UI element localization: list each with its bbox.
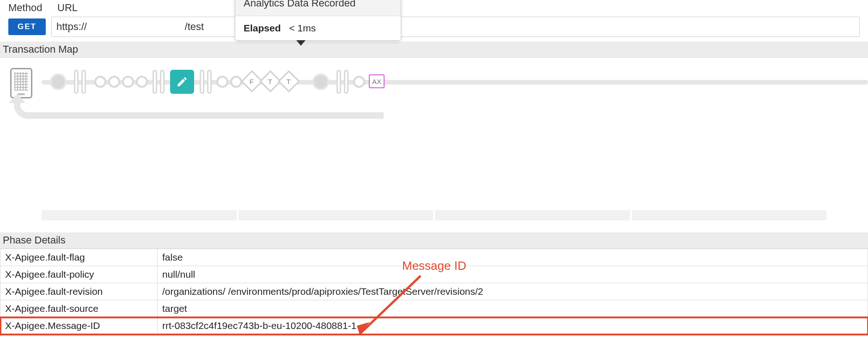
http-method-button[interactable]: GET	[8, 18, 46, 35]
flow-step-group-icon[interactable]	[94, 73, 148, 88]
url-label: URL	[57, 2, 78, 14]
transaction-map: Analytics Data Recorded Elapsed < 1ms	[0, 58, 868, 141]
tooltip-elapsed-value: < 1ms	[289, 23, 316, 33]
flow-start-dot-icon[interactable]	[50, 73, 67, 90]
phase-value: null/null	[158, 266, 868, 283]
flow-step-group-icon[interactable]	[216, 73, 242, 88]
analytics-step-icon[interactable]: AX	[369, 74, 385, 88]
redacted-hostname	[107, 20, 185, 34]
transaction-map-header: Transaction Map	[0, 42, 868, 58]
phase-key: X-Apigee.fault-policy	[0, 266, 158, 283]
flow-bars-icon[interactable]	[336, 73, 348, 94]
phase-value: /organizations/ /environments/prod/apipr…	[158, 283, 868, 300]
step-tooltip: Analytics Data Recorded Elapsed < 1ms	[235, 0, 401, 41]
flow-bars-icon[interactable]	[153, 73, 165, 94]
phase-key: X-Apigee.fault-flag	[0, 249, 158, 266]
annotation-label: Message ID	[402, 259, 466, 273]
flow-track	[42, 80, 868, 85]
phase-details-header: Phase Details	[0, 232, 868, 249]
table-row: X-Apigee.fault-revision/organizations/ /…	[0, 283, 868, 300]
phase-key: X-Apigee.fault-source	[0, 300, 158, 317]
tooltip-title: Analytics Data Recorded	[235, 0, 401, 16]
flow-step-icon[interactable]	[353, 73, 365, 88]
phase-key: X-Apigee.fault-revision	[0, 283, 158, 300]
method-label: Method	[8, 2, 44, 14]
tooltip-caret-icon	[296, 40, 306, 46]
flow-conditions-icon[interactable]: F T T	[244, 73, 297, 89]
flow-preflow-icon[interactable]	[74, 73, 86, 94]
phase-value: rrt-083cf2c4f19ec743b-b-eu-10200-480881-…	[158, 317, 868, 335]
tooltip-elapsed-label: Elapsed	[244, 23, 281, 33]
phase-value: false	[158, 249, 868, 266]
assign-message-policy-icon[interactable]	[170, 70, 194, 94]
table-row: X-Apigee.Message-IDrrt-083cf2c4f19ec743b…	[0, 317, 868, 335]
phase-value: target	[158, 300, 868, 317]
table-row: X-Apigee.fault-sourcetarget	[0, 300, 868, 317]
flow-bars-icon[interactable]	[200, 73, 212, 94]
phase-key: X-Apigee.Message-ID	[0, 317, 158, 335]
phase-segments	[42, 210, 826, 220]
response-arrow-icon	[14, 100, 384, 119]
flow-dot-icon[interactable]	[312, 73, 329, 90]
